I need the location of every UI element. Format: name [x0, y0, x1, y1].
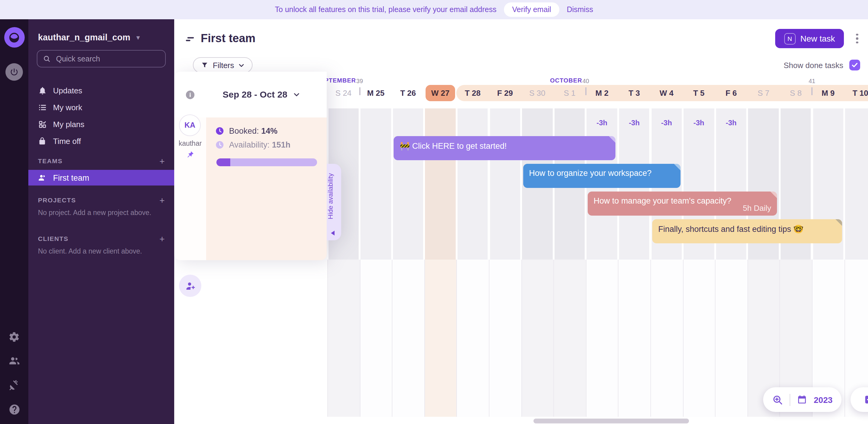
hide-availability-tab[interactable]: Hide availability: [327, 164, 341, 240]
search-input[interactable]: [55, 54, 160, 64]
task-label: 🚧 Click HERE to get started!: [400, 141, 507, 151]
grid-cell[interactable]: [457, 260, 489, 417]
main-area: S 24M 25T 26W 27T 28F 29S 30S 1M 2T 3W 4…: [174, 19, 868, 424]
funnel-icon: [201, 61, 209, 69]
more-options-kebab-icon[interactable]: [853, 31, 861, 46]
day-label[interactable]: M 2: [586, 85, 618, 101]
day-label[interactable]: T 28: [457, 85, 489, 101]
app-logo-icon[interactable]: [4, 27, 24, 47]
day-label[interactable]: T 26: [392, 85, 424, 101]
grid-cell[interactable]: [393, 108, 423, 260]
grid-cell[interactable]: [458, 108, 488, 260]
day-label[interactable]: F 29: [489, 85, 521, 101]
booked-progress-bar: [216, 158, 317, 166]
grid-cell[interactable]: [618, 260, 650, 417]
grid-cell[interactable]: [521, 260, 553, 417]
clock-icon-light: [215, 140, 224, 149]
sidebar-item-my-work[interactable]: My work: [28, 99, 174, 116]
grid-cell[interactable]: [425, 108, 456, 260]
day-label[interactable]: S 8: [780, 85, 812, 101]
show-done-checkbox[interactable]: [849, 60, 860, 70]
sidebar-item-label: My plans: [53, 120, 84, 129]
day-label[interactable]: M 9: [812, 85, 844, 101]
grid-cell[interactable]: [650, 260, 683, 417]
day-label[interactable]: T 10: [844, 85, 868, 101]
new-task-button[interactable]: N New task: [775, 29, 844, 48]
folded-corner: [835, 219, 842, 226]
task-bar[interactable]: How to manage your team's capacity?5h Da…: [588, 192, 777, 216]
grid-cell[interactable]: [489, 260, 521, 417]
sidebar-item-time-off[interactable]: Time off: [28, 132, 174, 150]
sidebar-item-my-plans[interactable]: My plans: [28, 116, 174, 132]
grid-cell[interactable]: [845, 108, 868, 260]
task-bar[interactable]: Finally, shortcuts and fast editing tips…: [652, 219, 842, 243]
year-label[interactable]: 2023: [814, 395, 832, 404]
day-label[interactable]: S 1: [553, 85, 586, 101]
availability-label: Availability:: [229, 140, 270, 149]
teams-title: TEAMS: [38, 157, 63, 164]
grid-cell[interactable]: [424, 260, 457, 417]
quick-search[interactable]: [37, 50, 166, 67]
horizontal-scrollbar[interactable]: [533, 419, 689, 423]
week-separator: [811, 87, 812, 95]
grid-cell[interactable]: [715, 260, 747, 417]
members-icon[interactable]: [8, 355, 20, 367]
show-done-label: Show done tasks: [784, 61, 843, 70]
clients-title: CLIENTS: [38, 235, 68, 242]
clock-icon: [215, 126, 224, 135]
help-icon[interactable]: [8, 403, 20, 416]
workspace-switcher[interactable]: kauthar_n_gmail_com ▼: [38, 33, 141, 42]
add-project-button[interactable]: +: [156, 195, 168, 205]
collapse-sidebar-icon[interactable]: [184, 33, 196, 45]
grid-cell[interactable]: [392, 260, 424, 417]
icon-rail: [0, 19, 28, 424]
zoom-in-icon[interactable]: [772, 394, 783, 405]
date-range-selector[interactable]: Sep 28 - Oct 28: [204, 89, 318, 99]
sidebar-item-updates[interactable]: Updates: [28, 82, 174, 99]
task-label: How to organize your workspace?: [529, 169, 652, 178]
inbox-icon: [864, 394, 868, 405]
booked-row: Booked: 14%: [215, 126, 319, 135]
day-label[interactable]: M 25: [360, 85, 392, 101]
pin-icon[interactable]: [174, 151, 206, 158]
dismiss-banner-button[interactable]: Dismiss: [567, 5, 593, 14]
avatar[interactable]: KA: [179, 115, 201, 136]
day-label[interactable]: T 5: [683, 85, 715, 101]
chevron-down-icon: [293, 91, 300, 98]
grid-cell[interactable]: [553, 260, 586, 417]
team-label: First team: [53, 173, 89, 182]
grid-cell[interactable]: [327, 260, 360, 417]
sidebar: kauthar_n_gmail_com ▼ Updates My work My…: [28, 19, 174, 424]
task-bar[interactable]: How to organize your workspace?: [523, 164, 680, 188]
filters-button[interactable]: Filters: [193, 57, 253, 73]
day-label[interactable]: S 24: [327, 85, 360, 101]
task-label: Finally, shortcuts and fast editing tips…: [658, 225, 804, 234]
day-label[interactable]: W 27: [424, 85, 457, 101]
add-client-button[interactable]: +: [156, 233, 168, 243]
grid-cell[interactable]: [586, 260, 618, 417]
member-column: [174, 118, 206, 260]
calendar-icon[interactable]: [797, 394, 807, 405]
grid-cell[interactable]: [683, 260, 715, 417]
day-label[interactable]: T 3: [618, 85, 650, 101]
add-team-button[interactable]: +: [156, 156, 168, 166]
power-icon[interactable]: [5, 63, 23, 81]
sidebar-item-label: Updates: [53, 86, 82, 95]
verify-email-button[interactable]: Verify email: [504, 2, 559, 17]
day-label[interactable]: S 30: [521, 85, 553, 101]
list-icon: [38, 103, 47, 112]
integrations-plug-icon[interactable]: [8, 380, 20, 391]
day-label[interactable]: W 4: [650, 85, 683, 101]
sidebar-item-first-team[interactable]: First team: [28, 170, 174, 186]
settings-gear-icon[interactable]: [8, 331, 20, 343]
add-member-button[interactable]: [179, 274, 201, 297]
task-bar[interactable]: 🚧 Click HERE to get started!: [394, 136, 615, 160]
grid-cell[interactable]: [361, 108, 391, 260]
day-label[interactable]: F 6: [715, 85, 747, 101]
grid-cell[interactable]: [490, 108, 520, 260]
lock-icon: [38, 137, 47, 145]
info-icon[interactable]: [185, 90, 195, 100]
grid-cell[interactable]: [360, 260, 392, 417]
capacity-label: -3h: [586, 119, 618, 128]
day-label[interactable]: S 7: [747, 85, 780, 101]
